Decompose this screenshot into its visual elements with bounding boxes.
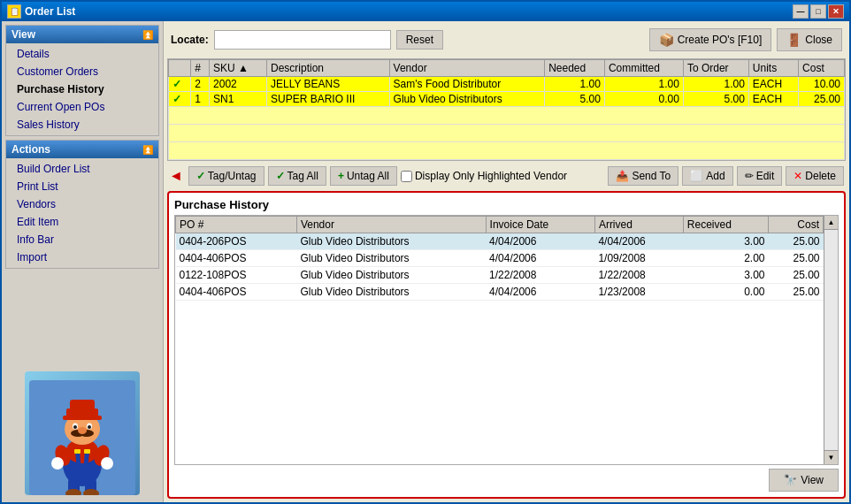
untag-all-button[interactable]: + Untag All (330, 166, 397, 186)
ph-row-po: 0404-406POS (176, 250, 297, 267)
sidebar-item-import[interactable]: Import (6, 248, 158, 266)
create-po-icon: 📦 (659, 33, 674, 47)
display-only-checkbox[interactable] (401, 171, 412, 182)
ph-col-received[interactable]: Received (683, 217, 768, 233)
ph-row-cost: 25.00 (769, 233, 824, 250)
view-button[interactable]: 🔭 View (769, 469, 839, 492)
add-label: Add (706, 170, 724, 182)
display-only-label[interactable]: Display Only Highlighted Vendor (401, 170, 567, 182)
col-header-vendor[interactable]: Vendor (389, 60, 545, 77)
purchase-history-table: PO # Vendor Invoice Date Arrived Receive… (175, 216, 824, 301)
col-header-sku[interactable]: SKU ▲ (210, 60, 267, 77)
col-header-units[interactable]: Units (748, 60, 798, 77)
title-bar-left: 📋 Order List (7, 4, 75, 19)
create-po-button[interactable]: 📦 Create PO's [F10] (649, 28, 772, 51)
sidebar-item-sales-history[interactable]: Sales History (6, 116, 158, 134)
add-icon: ⬜ (690, 170, 703, 182)
view-section-label: View (12, 28, 35, 41)
delete-button[interactable]: ✕ Delete (786, 166, 844, 186)
actions-collapse-icon: ⏫ (142, 145, 153, 155)
reset-button[interactable]: Reset (396, 30, 443, 50)
sidebar-item-edit-item[interactable]: Edit Item (6, 213, 158, 231)
view-icon: 🔭 (784, 474, 797, 486)
ph-col-cost[interactable]: Cost (769, 217, 824, 233)
locate-input[interactable] (214, 30, 391, 50)
view-section-header[interactable]: View ⏫ (6, 26, 158, 43)
ph-table-row[interactable]: 0404-406POS Glub Video Distributors 4/04… (176, 284, 824, 301)
display-only-text: Display Only Highlighted Vendor (415, 170, 567, 182)
scrollbar-up-button[interactable]: ▲ (824, 216, 838, 230)
content-area: View ⏫ Details Customer Orders Purchase … (2, 21, 849, 502)
row-to-order: 1.00 (683, 77, 748, 92)
row-sku: 2002 (210, 77, 267, 92)
close-label: Close (805, 34, 832, 46)
row-check: ✓ (169, 77, 191, 92)
ph-table-row[interactable]: 0404-406POS Glub Video Distributors 4/04… (176, 250, 824, 267)
col-header-to-order[interactable]: To Order (683, 60, 748, 77)
close-button[interactable]: 🚪 Close (777, 28, 842, 51)
maximize-button[interactable]: □ (810, 4, 826, 19)
col-header-num[interactable] (169, 60, 191, 77)
ph-row-po: 0404-406POS (176, 284, 297, 301)
col-header-hash[interactable]: # (191, 60, 210, 77)
sidebar-item-current-open-pos[interactable]: Current Open POs (6, 98, 158, 116)
arrow-indicator-icon: ◄ (169, 168, 183, 184)
edit-button[interactable]: ✏ Edit (737, 166, 783, 186)
sidebar-item-print-list[interactable]: Print List (6, 178, 158, 195)
tag-untag-label: Tag/Untag (208, 170, 257, 182)
ph-col-invoice[interactable]: Invoice Date (486, 217, 594, 233)
row-cost: 25.00 (799, 92, 845, 107)
table-row-empty (169, 142, 845, 160)
sidebar-item-build-order-list[interactable]: Build Order List (6, 160, 158, 178)
tag-untag-button[interactable]: ✓ Tag/Untag (188, 166, 264, 186)
ph-table-row[interactable]: 0404-206POS Glub Video Distributors 4/04… (176, 233, 824, 250)
svg-point-10 (88, 425, 91, 429)
purchase-history-scroll[interactable]: PO # Vendor Invoice Date Arrived Receive… (175, 216, 824, 464)
ph-row-arrived: 1/22/2008 (594, 267, 683, 284)
ph-row-arrived: 1/09/2008 (594, 250, 683, 267)
ph-row-cost: 25.00 (769, 267, 824, 284)
col-header-description[interactable]: Description (267, 60, 390, 77)
svg-rect-5 (70, 400, 95, 412)
sidebar-item-vendors[interactable]: Vendors (6, 195, 158, 213)
purchase-history-scrollbar: ▲ ▼ (824, 216, 838, 464)
window-close-button[interactable]: ✕ (828, 4, 844, 19)
row-committed: 1.00 (604, 77, 683, 92)
sidebar-image-area (5, 368, 159, 499)
ph-col-po[interactable]: PO # (176, 217, 297, 233)
col-header-committed[interactable]: Committed (604, 60, 683, 77)
toolbar: Locate: Reset 📦 Create PO's [F10] 🚪 Clos… (167, 25, 846, 55)
col-header-needed[interactable]: Needed (545, 60, 605, 77)
send-to-button[interactable]: 📤 Send To (608, 166, 678, 186)
view-section-content: Details Customer Orders Purchase History… (6, 43, 158, 135)
window-title: Order List (25, 5, 75, 18)
table-row[interactable]: ✓ 2 2002 JELLY BEANS Sam's Food Distribu… (169, 77, 845, 92)
ph-row-received: 3.00 (683, 233, 768, 250)
add-button[interactable]: ⬜ Add (682, 166, 732, 186)
sidebar-item-info-bar[interactable]: Info Bar (6, 231, 158, 248)
row-num: 1 (191, 92, 210, 107)
ph-row-po: 0404-206POS (176, 233, 297, 250)
actions-section-label: Actions (12, 143, 50, 156)
minimize-button[interactable]: — (793, 4, 809, 19)
sidebar-item-customer-orders[interactable]: Customer Orders (6, 63, 158, 80)
col-header-cost[interactable]: Cost (799, 60, 845, 77)
ph-table-row[interactable]: 0122-108POS Glub Video Distributors 1/22… (176, 267, 824, 284)
create-po-label: Create PO's [F10] (678, 34, 763, 46)
scrollbar-down-button[interactable]: ▼ (824, 450, 838, 464)
tag-untag-icon: ✓ (196, 170, 205, 182)
actions-section-header[interactable]: Actions ⏫ (6, 141, 158, 158)
table-row[interactable]: ✓ 1 SN1 SUPER BARIO III Glub Video Distr… (169, 92, 845, 107)
view-collapse-icon: ⏫ (142, 30, 153, 40)
row-vendor: Glub Video Distributors (389, 92, 545, 107)
ph-row-invoice: 1/22/2008 (486, 267, 594, 284)
mario-svg (29, 380, 135, 495)
sidebar-item-details[interactable]: Details (6, 45, 158, 63)
ph-col-vendor[interactable]: Vendor (296, 217, 486, 233)
ph-col-arrived[interactable]: Arrived (594, 217, 683, 233)
table-row-empty (169, 107, 845, 125)
tag-all-button[interactable]: ✓ Tag All (268, 166, 326, 186)
svg-point-13 (78, 427, 87, 434)
sidebar-item-purchase-history[interactable]: Purchase History (6, 80, 158, 98)
ph-row-arrived: 1/23/2008 (594, 284, 683, 301)
